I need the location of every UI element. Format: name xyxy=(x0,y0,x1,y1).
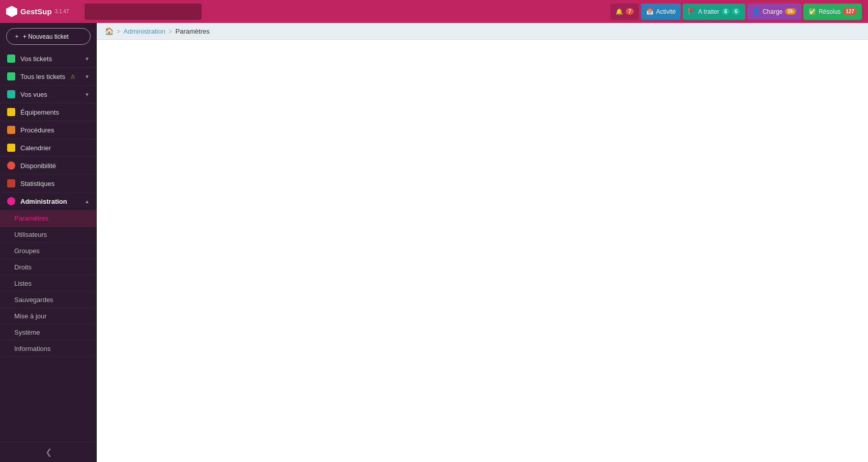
sidebar-subitem-utilisateurs[interactable]: Utilisateurs xyxy=(0,227,97,243)
check-icon: ✅ xyxy=(808,8,816,15)
sidebar-subitem-groupes[interactable]: Groupes xyxy=(0,243,97,259)
disponibilite-icon xyxy=(7,161,15,170)
calendar-icon: 📅 xyxy=(646,8,654,15)
disponibilite-label: Disponibilité xyxy=(20,162,56,170)
brand-logo: GestSup 3.1.47 xyxy=(6,6,69,17)
charge-icon: 👤 xyxy=(752,8,760,15)
resolus-button[interactable]: ✅ Résolus 127 xyxy=(803,4,862,20)
notifications-button[interactable]: 🔔 7 xyxy=(610,4,639,20)
systeme-label: Système xyxy=(14,329,40,336)
app-name: GestSup xyxy=(20,7,52,16)
procedures-label: Procédures xyxy=(20,126,54,134)
main-content: 🏠 > Administration > Paramètres xyxy=(97,23,868,462)
bell-icon: 🔔 xyxy=(615,8,623,15)
collapse-icon: ❮ xyxy=(45,447,52,457)
new-ticket-button[interactable]: ＋ + Nouveau ticket xyxy=(6,28,91,45)
listes-label: Listes xyxy=(14,280,32,287)
flag-icon: 🚩 xyxy=(688,8,695,15)
sidebar-subitem-listes[interactable]: Listes xyxy=(0,276,97,292)
resolus-label: Résolus xyxy=(819,8,841,15)
sidebar-subitem-droits[interactable]: Droits xyxy=(0,259,97,276)
plus-icon: ＋ xyxy=(14,32,20,41)
charge-badge: 0h xyxy=(785,8,796,15)
sidebar-subitem-systeme[interactable]: Système xyxy=(0,324,97,341)
traiter-label: A traiter xyxy=(698,8,719,15)
breadcrumb-sep1: > xyxy=(117,28,121,35)
sidebar-subitem-mise-a-jour[interactable]: Mise à jour xyxy=(0,308,97,324)
breadcrumb-link-administration[interactable]: Administration xyxy=(124,28,165,35)
sidebar-item-administration[interactable]: Administration ▲ xyxy=(0,193,97,210)
droits-label: Droits xyxy=(14,263,32,271)
breadcrumb: 🏠 > Administration > Paramètres xyxy=(97,23,868,40)
utilisateurs-label: Utilisateurs xyxy=(14,231,47,238)
resolus-badge: 127 xyxy=(843,8,857,15)
home-icon[interactable]: 🏠 xyxy=(105,27,114,35)
sidebar-item-calendrier[interactable]: Calendrier xyxy=(0,139,97,157)
sidebar-collapse-button[interactable]: ❮ xyxy=(0,442,97,462)
sidebar: ＋ + Nouveau ticket Vos tickets ▼ Tous le… xyxy=(0,23,97,462)
topnav-actions: 🔔 7 📅 Activité 🚩 A traiter 6 6 👤 Charge … xyxy=(610,4,862,20)
charge-label: Charge xyxy=(763,8,782,15)
chevron-up-icon: ▲ xyxy=(85,199,90,204)
vos-vues-icon xyxy=(7,90,15,98)
administration-icon xyxy=(7,197,15,205)
vos-tickets-label: Vos tickets xyxy=(20,55,52,63)
calendrier-label: Calendrier xyxy=(20,144,51,152)
sidebar-item-procedures[interactable]: Procédures xyxy=(0,121,97,139)
sidebar-item-tous-tickets[interactable]: Tous les tickets ⚠ ▼ xyxy=(0,68,97,86)
sidebar-item-vos-tickets[interactable]: Vos tickets ▼ xyxy=(0,50,97,68)
statistiques-icon xyxy=(7,179,15,187)
traiter-badge2: 6 xyxy=(732,8,740,15)
breadcrumb-current: Paramètres xyxy=(176,28,210,35)
breadcrumb-sep2: > xyxy=(169,28,173,35)
equipements-label: Équipements xyxy=(20,108,59,116)
redacted-area xyxy=(85,4,202,20)
sidebar-subitem-sauvegardes[interactable]: Sauvegardes xyxy=(0,292,97,308)
statistiques-label: Statistiques xyxy=(20,180,54,187)
top-navbar: GestSup 3.1.47 🔔 7 📅 Activité 🚩 A traite… xyxy=(0,0,868,23)
logo-icon xyxy=(6,6,17,17)
activite-label: Activité xyxy=(656,8,676,15)
tous-tickets-icon xyxy=(7,72,15,80)
sidebar-subitem-informations[interactable]: Informations xyxy=(0,341,97,357)
traiter-badge1: 6 xyxy=(722,8,730,15)
calendrier-icon xyxy=(7,144,15,152)
vos-vues-label: Vos vues xyxy=(20,91,47,98)
activite-button[interactable]: 📅 Activité xyxy=(641,4,681,20)
administration-label: Administration xyxy=(20,198,67,205)
groupes-label: Groupes xyxy=(14,247,40,255)
tous-tickets-label: Tous les tickets xyxy=(20,73,65,80)
warning-icon: ⚠ xyxy=(70,73,75,80)
chevron-down-icon: ▼ xyxy=(85,56,90,62)
sauvegardes-label: Sauvegardes xyxy=(14,296,53,304)
sidebar-item-disponibilite[interactable]: Disponibilité xyxy=(0,157,97,175)
sidebar-subitem-parametres[interactable]: Paramètres xyxy=(0,210,97,227)
sidebar-item-equipements[interactable]: Équipements xyxy=(0,103,97,121)
vos-tickets-icon xyxy=(7,55,15,63)
procedures-icon xyxy=(7,126,15,134)
sidebar-item-vos-vues[interactable]: Vos vues ▼ xyxy=(0,86,97,103)
traiter-button[interactable]: 🚩 A traiter 6 6 xyxy=(683,4,745,20)
informations-label: Informations xyxy=(14,345,51,352)
mise-a-jour-label: Mise à jour xyxy=(14,312,47,320)
chevron-down-icon: ▼ xyxy=(85,92,90,97)
page-body xyxy=(97,40,868,462)
new-ticket-label: + Nouveau ticket xyxy=(23,33,69,40)
chevron-down-icon: ▼ xyxy=(85,74,90,79)
equipements-icon xyxy=(7,108,15,116)
parametres-label: Paramètres xyxy=(14,214,48,222)
charge-button[interactable]: 👤 Charge 0h xyxy=(747,4,801,20)
notif-badge: 7 xyxy=(626,8,634,15)
app-version: 3.1.47 xyxy=(55,9,69,14)
sidebar-item-statistiques[interactable]: Statistiques xyxy=(0,175,97,193)
